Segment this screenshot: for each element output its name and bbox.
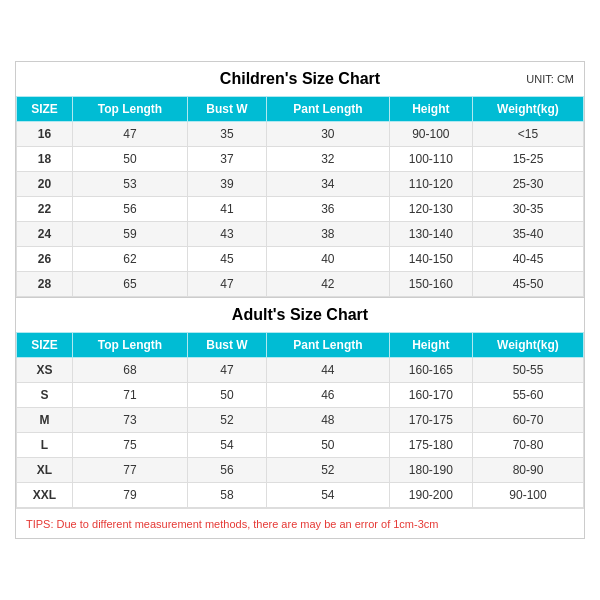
table-cell: 15-25 xyxy=(472,147,583,172)
table-cell: 38 xyxy=(266,222,389,247)
table-cell: 36 xyxy=(266,197,389,222)
table-cell: 40-45 xyxy=(472,247,583,272)
children-title: Children's Size Chart xyxy=(220,70,380,88)
table-cell: 25-30 xyxy=(472,172,583,197)
adult-title-row: Adult's Size Chart xyxy=(16,297,584,332)
table-cell: 16 xyxy=(17,122,73,147)
table-cell: XS xyxy=(17,358,73,383)
table-cell: 53 xyxy=(72,172,187,197)
adult-col-header-size: SIZE xyxy=(17,333,73,358)
table-cell: 34 xyxy=(266,172,389,197)
adult-table: SIZE Top Length Bust W Pant Length Heigh… xyxy=(16,332,584,508)
table-cell: 20 xyxy=(17,172,73,197)
table-cell: 32 xyxy=(266,147,389,172)
table-cell: 54 xyxy=(266,483,389,508)
table-cell: 41 xyxy=(188,197,267,222)
table-cell: 175-180 xyxy=(389,433,472,458)
table-cell: 56 xyxy=(72,197,187,222)
children-header-row: SIZE Top Length Bust W Pant Length Heigh… xyxy=(17,97,584,122)
table-cell: <15 xyxy=(472,122,583,147)
table-cell: 45 xyxy=(188,247,267,272)
table-row: 1647353090-100<15 xyxy=(17,122,584,147)
table-cell: 46 xyxy=(266,383,389,408)
table-cell: 56 xyxy=(188,458,267,483)
children-title-row: Children's Size Chart UNIT: CM xyxy=(16,62,584,96)
table-cell: 45-50 xyxy=(472,272,583,297)
table-cell: 22 xyxy=(17,197,73,222)
col-header-pant-length: Pant Length xyxy=(266,97,389,122)
table-row: 28654742150-16045-50 xyxy=(17,272,584,297)
table-cell: 75 xyxy=(72,433,187,458)
table-cell: 180-190 xyxy=(389,458,472,483)
table-cell: 50 xyxy=(188,383,267,408)
adult-table-header: SIZE Top Length Bust W Pant Length Heigh… xyxy=(17,333,584,358)
table-cell: 60-70 xyxy=(472,408,583,433)
table-cell: 73 xyxy=(72,408,187,433)
adult-table-body: XS684744160-16550-55S715046160-17055-60M… xyxy=(17,358,584,508)
adult-header-row: SIZE Top Length Bust W Pant Length Heigh… xyxy=(17,333,584,358)
adult-col-header-top-length: Top Length xyxy=(72,333,187,358)
table-row: XL775652180-19080-90 xyxy=(17,458,584,483)
adult-col-header-pant-length: Pant Length xyxy=(266,333,389,358)
children-table-body: 1647353090-100<1518503732100-11015-25205… xyxy=(17,122,584,297)
table-cell: 24 xyxy=(17,222,73,247)
table-row: S715046160-17055-60 xyxy=(17,383,584,408)
table-cell: 35 xyxy=(188,122,267,147)
table-cell: 44 xyxy=(266,358,389,383)
col-header-weight: Weight(kg) xyxy=(472,97,583,122)
table-cell: 120-130 xyxy=(389,197,472,222)
table-cell: 110-120 xyxy=(389,172,472,197)
table-cell: 55-60 xyxy=(472,383,583,408)
table-cell: 80-90 xyxy=(472,458,583,483)
table-row: 24594338130-14035-40 xyxy=(17,222,584,247)
table-cell: 42 xyxy=(266,272,389,297)
table-cell: 48 xyxy=(266,408,389,433)
table-cell: 47 xyxy=(72,122,187,147)
table-cell: 79 xyxy=(72,483,187,508)
table-cell: 52 xyxy=(188,408,267,433)
tips-row: TIPS: Due to different measurement metho… xyxy=(16,508,584,538)
table-row: 26624540140-15040-45 xyxy=(17,247,584,272)
table-cell: 90-100 xyxy=(472,483,583,508)
table-cell: 190-200 xyxy=(389,483,472,508)
table-cell: 30 xyxy=(266,122,389,147)
table-cell: 52 xyxy=(266,458,389,483)
table-cell: 47 xyxy=(188,272,267,297)
adult-col-header-height: Height xyxy=(389,333,472,358)
table-cell: 170-175 xyxy=(389,408,472,433)
table-row: L755450175-18070-80 xyxy=(17,433,584,458)
adult-col-header-weight: Weight(kg) xyxy=(472,333,583,358)
table-cell: 35-40 xyxy=(472,222,583,247)
table-cell: 150-160 xyxy=(389,272,472,297)
table-cell: 65 xyxy=(72,272,187,297)
table-cell: 28 xyxy=(17,272,73,297)
table-cell: S xyxy=(17,383,73,408)
table-row: M735248170-17560-70 xyxy=(17,408,584,433)
table-cell: 50 xyxy=(72,147,187,172)
table-row: XXL795854190-20090-100 xyxy=(17,483,584,508)
table-cell: L xyxy=(17,433,73,458)
table-cell: 77 xyxy=(72,458,187,483)
table-cell: 100-110 xyxy=(389,147,472,172)
table-cell: XXL xyxy=(17,483,73,508)
table-cell: 43 xyxy=(188,222,267,247)
table-cell: 130-140 xyxy=(389,222,472,247)
table-cell: 90-100 xyxy=(389,122,472,147)
table-cell: 160-165 xyxy=(389,358,472,383)
table-cell: 18 xyxy=(17,147,73,172)
adult-col-header-bust-w: Bust W xyxy=(188,333,267,358)
table-cell: 54 xyxy=(188,433,267,458)
table-cell: 68 xyxy=(72,358,187,383)
table-cell: 50 xyxy=(266,433,389,458)
table-cell: 37 xyxy=(188,147,267,172)
table-cell: 26 xyxy=(17,247,73,272)
size-chart-container: Children's Size Chart UNIT: CM SIZE Top … xyxy=(15,61,585,539)
col-header-height: Height xyxy=(389,97,472,122)
table-cell: 30-35 xyxy=(472,197,583,222)
table-cell: 39 xyxy=(188,172,267,197)
table-cell: M xyxy=(17,408,73,433)
table-row: 22564136120-13030-35 xyxy=(17,197,584,222)
table-row: 18503732100-11015-25 xyxy=(17,147,584,172)
unit-label: UNIT: CM xyxy=(526,73,574,85)
col-header-top-length: Top Length xyxy=(72,97,187,122)
